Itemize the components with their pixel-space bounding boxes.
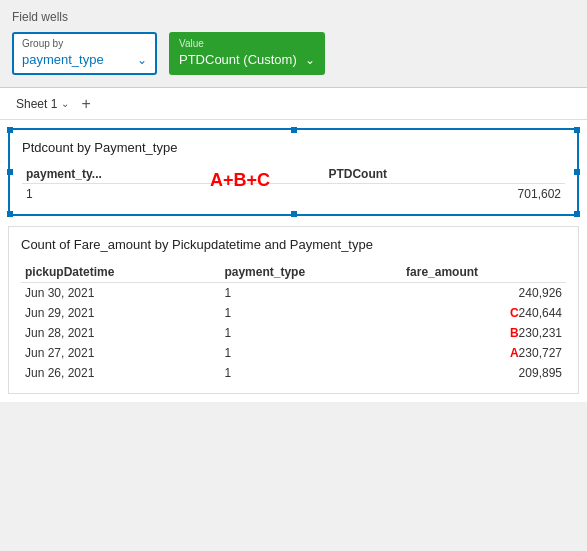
table-row: Jun 26, 20211209,895 — [21, 363, 566, 383]
sheet-tab-chevron-icon: ⌄ — [61, 98, 69, 109]
field-wells-panel: Field wells Group by payment_type ⌄ Valu… — [0, 0, 587, 88]
lower-row-amount: B 230,231 — [402, 323, 566, 343]
resize-handle-tl[interactable] — [7, 127, 13, 133]
upper-panel-table: payment_ty... PTDCount 1 701,602 — [22, 165, 565, 204]
lower-row-ptype: 1 — [220, 303, 402, 323]
table-row: Jun 28, 20211B 230,231 — [21, 323, 566, 343]
table-row: Jun 29, 20211C 240,644 — [21, 303, 566, 323]
table-row: 1 701,602 — [22, 184, 565, 205]
lower-row-date: Jun 27, 2021 — [21, 343, 220, 363]
letter-badge: A — [510, 346, 519, 360]
resize-handle-mr[interactable] — [574, 169, 580, 175]
value-field-well[interactable]: Value PTDCount (Custom) ⌄ — [169, 32, 325, 75]
tabs-bar: Sheet 1 ⌄ + — [0, 88, 587, 120]
group-by-label: Group by — [22, 38, 147, 49]
upper-panel-title: Ptdcount by Payment_type — [22, 140, 565, 155]
lower-row-amount: 240,926 — [402, 283, 566, 304]
value-chevron-icon: ⌄ — [305, 53, 315, 67]
lower-panel: Count of Fare_amount by Pickupdatetime a… — [8, 226, 579, 394]
resize-handle-br[interactable] — [574, 211, 580, 217]
lower-row-amount: A 230,727 — [402, 343, 566, 363]
group-by-value: payment_type — [22, 52, 104, 67]
upper-col-2-header: PTDCount — [324, 165, 565, 184]
field-wells-title: Field wells — [12, 10, 575, 24]
group-by-field-well[interactable]: Group by payment_type ⌄ — [12, 32, 157, 75]
upper-panel: Ptdcount by Payment_type payment_ty... P… — [8, 128, 579, 216]
lower-row-amount: 209,895 — [402, 363, 566, 383]
value-dropdown[interactable]: PTDCount (Custom) ⌄ — [179, 52, 315, 67]
lower-row-ptype: 1 — [220, 283, 402, 304]
group-by-dropdown[interactable]: payment_type ⌄ — [22, 52, 147, 67]
resize-handle-bl[interactable] — [7, 211, 13, 217]
lower-row-date: Jun 30, 2021 — [21, 283, 220, 304]
lower-row-ptype: 1 — [220, 323, 402, 343]
lower-row-ptype: 1 — [220, 343, 402, 363]
letter-badge: B — [510, 326, 519, 340]
sheet-tab[interactable]: Sheet 1 ⌄ — [12, 97, 73, 111]
resize-handle-tm[interactable] — [291, 127, 297, 133]
resize-handle-tr[interactable] — [574, 127, 580, 133]
resize-handle-bm[interactable] — [291, 211, 297, 217]
lower-row-date: Jun 28, 2021 — [21, 323, 220, 343]
value-text: PTDCount (Custom) — [179, 52, 297, 67]
table-row: Jun 27, 20211A 230,727 — [21, 343, 566, 363]
lower-col-1-header: pickupDatetime — [21, 262, 220, 283]
upper-col-1-header: payment_ty... — [22, 165, 324, 184]
formula-label: A+B+C — [210, 170, 270, 191]
resize-handle-ml[interactable] — [7, 169, 13, 175]
lower-panel-title: Count of Fare_amount by Pickupdatetime a… — [21, 237, 566, 252]
add-sheet-button[interactable]: + — [81, 95, 90, 113]
sheet-tab-label: Sheet 1 — [16, 97, 57, 111]
upper-row-col2: 701,602 — [324, 184, 565, 205]
upper-row-col1: 1 — [22, 184, 324, 205]
group-by-chevron-icon: ⌄ — [137, 53, 147, 67]
lower-row-date: Jun 26, 2021 — [21, 363, 220, 383]
lower-row-amount: C 240,644 — [402, 303, 566, 323]
table-row: Jun 30, 20211240,926 — [21, 283, 566, 304]
value-label: Value — [179, 38, 315, 49]
panels-area: Ptdcount by Payment_type payment_ty... P… — [0, 120, 587, 402]
lower-col-2-header: payment_type — [220, 262, 402, 283]
field-wells-row: Group by payment_type ⌄ Value PTDCount (… — [12, 32, 575, 75]
lower-row-ptype: 1 — [220, 363, 402, 383]
lower-col-3-header: fare_amount — [402, 262, 566, 283]
lower-panel-table: pickupDatetime payment_type fare_amount … — [21, 262, 566, 383]
letter-badge: C — [510, 306, 519, 320]
lower-row-date: Jun 29, 2021 — [21, 303, 220, 323]
